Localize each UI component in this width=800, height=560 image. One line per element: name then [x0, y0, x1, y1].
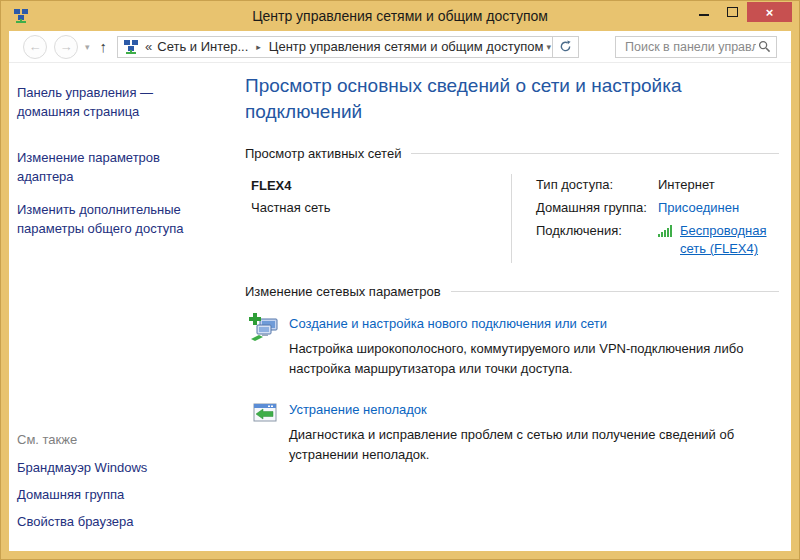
close-button[interactable]: × — [747, 2, 792, 22]
task-troubleshoot: Устранение неполадок Диагностика и испра… — [245, 400, 779, 465]
sidebar-item-internet-options[interactable]: Свойства браузера — [17, 510, 209, 533]
access-type-row: Тип доступа: Интернет — [536, 176, 779, 194]
section-active-networks-label: Просмотр активных сетей — [245, 146, 401, 161]
breadcrumb-parent[interactable]: Сеть и Интер... — [157, 39, 248, 54]
connections-row: Подключения: Беспроводная сеть (FLEX4) — [536, 222, 779, 258]
window-client-area: ← → ▾ ↑ « Сеть и Интер... ▸ Центр управл… — [9, 31, 791, 551]
task-troubleshoot-text: Устранение неполадок Диагностика и испра… — [289, 400, 779, 465]
search-input[interactable] — [623, 39, 758, 55]
refresh-icon — [559, 40, 572, 53]
sidebar: Панель управления — домашняя страница Из… — [9, 63, 237, 551]
connections-value: Беспроводная сеть (FLEX4) — [658, 222, 779, 258]
section-rule — [451, 291, 779, 292]
breadcrumb-current: Центр управления сетями и общим доступом — [269, 39, 544, 54]
address-network-icon — [123, 39, 139, 55]
window: Центр управления сетями и общим доступом… — [0, 0, 800, 560]
up-icon: ↑ — [100, 38, 108, 55]
network-details: Тип доступа: Интернет Домашняя группа: П… — [511, 174, 779, 263]
new-connection-icon — [249, 312, 281, 344]
task-troubleshoot-description: Диагностика и исправление проблем с сеть… — [289, 425, 779, 465]
address-bar[interactable]: « Сеть и Интер... ▸ Центр управления сет… — [117, 36, 553, 58]
close-icon: × — [766, 5, 774, 20]
see-also-header: См. также — [17, 432, 209, 447]
network-identity: FLEX4 Частная сеть — [245, 174, 511, 263]
see-also-group: См. также Брандмауэр Windows Домашняя гр… — [17, 432, 209, 537]
task-new-connection-description: Настройка широкополосного, коммутируемог… — [289, 339, 779, 379]
wireless-connection-link[interactable]: Беспроводная сеть (FLEX4) — [680, 222, 779, 258]
maximize-icon — [727, 7, 738, 17]
task-new-connection-text: Создание и настройка нового подключения … — [289, 314, 779, 379]
access-type-value: Интернет — [658, 176, 715, 194]
homegroup-row: Домашняя группа: Присоединен — [536, 199, 779, 217]
task-troubleshoot-link[interactable]: Устранение неполадок — [289, 402, 427, 417]
connections-label: Подключения: — [536, 222, 658, 258]
search-box[interactable] — [615, 36, 777, 58]
access-type-label: Тип доступа: — [536, 176, 658, 194]
wifi-signal-icon — [658, 225, 674, 237]
window-title: Центр управления сетями и общим доступом — [1, 1, 799, 31]
sidebar-item-change-adapter-settings[interactable]: Изменение параметров адаптера — [17, 148, 209, 186]
refresh-button[interactable] — [553, 36, 579, 58]
sidebar-item-homegroup[interactable]: Домашняя группа — [17, 483, 209, 506]
section-rule — [411, 153, 779, 154]
search-icon[interactable] — [758, 40, 771, 53]
forward-button[interactable]: → — [54, 35, 78, 59]
network-profile: Частная сеть — [251, 200, 511, 215]
minimize-icon — [699, 14, 709, 16]
network-name: FLEX4 — [251, 178, 511, 193]
up-button[interactable]: ↑ — [100, 38, 108, 55]
titlebar[interactable]: Центр управления сетями и общим доступом… — [1, 1, 799, 31]
section-change-settings-label: Изменение сетевых параметров — [245, 284, 441, 299]
back-button[interactable]: ← — [23, 35, 47, 59]
section-change-settings: Изменение сетевых параметров — [245, 284, 779, 299]
page-title: Просмотр основных сведений о сети и наст… — [245, 73, 779, 125]
caption-buttons: × — [689, 2, 792, 22]
task-new-connection: Создание и настройка нового подключения … — [245, 314, 779, 379]
sidebar-item-windows-firewall[interactable]: Брандмауэр Windows — [17, 456, 209, 479]
task-new-connection-link[interactable]: Создание и настройка нового подключения … — [289, 316, 607, 331]
toolbar: ← → ▾ ↑ « Сеть и Интер... ▸ Центр управл… — [9, 31, 791, 63]
breadcrumb-root-chevrons[interactable]: « — [145, 39, 152, 54]
troubleshoot-icon — [249, 398, 281, 430]
content: Панель управления — домашняя страница Из… — [9, 63, 791, 551]
maximize-button[interactable] — [718, 2, 747, 22]
active-network-block: FLEX4 Частная сеть Тип доступа: Интернет… — [245, 174, 779, 263]
sidebar-item-control-panel-home[interactable]: Панель управления — домашняя страница — [17, 83, 209, 121]
breadcrumb-arrow-icon[interactable]: ▸ — [256, 42, 261, 52]
recent-pages-dropdown-icon[interactable]: ▾ — [85, 42, 90, 52]
network-app-icon — [13, 8, 29, 24]
back-icon: ← — [29, 39, 42, 54]
section-active-networks: Просмотр активных сетей — [245, 146, 779, 161]
forward-icon: → — [60, 39, 73, 54]
sidebar-item-advanced-sharing-settings[interactable]: Изменить дополнительные параметры общего… — [17, 200, 209, 238]
main-panel: Просмотр основных сведений о сети и наст… — [237, 63, 791, 551]
homegroup-joined-link[interactable]: Присоединен — [658, 199, 739, 217]
homegroup-label: Домашняя группа: — [536, 199, 658, 217]
minimize-button[interactable] — [689, 2, 718, 22]
